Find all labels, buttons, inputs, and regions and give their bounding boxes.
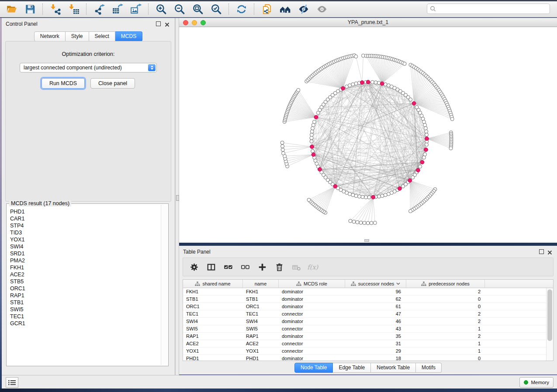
table-row[interactable]: YOX1YOX1connector291 (183, 347, 553, 355)
tab-edge-table[interactable]: Edge Table (333, 363, 371, 373)
save-button[interactable] (21, 2, 39, 16)
show-all-button[interactable] (313, 2, 331, 16)
tab-mcds[interactable]: MCDS (115, 31, 142, 41)
table-cell: RAP1 (243, 334, 279, 339)
zoom-in-icon (156, 3, 167, 15)
run-mcds-button[interactable]: Run MCDS (42, 78, 85, 89)
split-panel-icon (207, 263, 216, 272)
mcds-result-list[interactable]: PHD1CAR1STP4TID3YOX1SWI4SRD1PMA2FKH1ACE2… (7, 208, 161, 365)
mcds-result-item[interactable]: STB1 (7, 299, 161, 306)
import-table-icon (68, 3, 80, 15)
memory-button[interactable]: Memory (519, 377, 554, 388)
mcds-result-item[interactable]: ORC1 (7, 285, 161, 292)
column-header-successor-nodes[interactable]: successor nodes (345, 280, 406, 288)
zoom-out-button[interactable] (170, 2, 189, 16)
task-history-button[interactable] (6, 377, 18, 388)
split-panel-button[interactable] (205, 262, 217, 272)
table-cell: SWI5 (183, 326, 243, 331)
open-button[interactable] (3, 2, 21, 16)
table-scrollbar-thumb[interactable] (547, 289, 552, 341)
add-column-button[interactable] (256, 262, 268, 272)
hide-selected-button[interactable] (294, 2, 313, 16)
tab-network-table[interactable]: Network Table (371, 363, 416, 373)
delete-table-button (291, 262, 302, 272)
optimization-criterion-select[interactable]: largest connected component (undirected) (20, 63, 157, 72)
tab-network[interactable]: Network (34, 31, 66, 41)
column-header-predecessor-nodes[interactable]: predecessor nodes (406, 280, 485, 288)
table-cell: ACE2 (183, 341, 243, 346)
mcds-result-item[interactable]: ACE2 (7, 271, 161, 278)
table-row[interactable]: RAP1RAP1dominator352 (183, 333, 553, 340)
float-panel-icon[interactable] (156, 21, 161, 26)
column-header-shared-name[interactable]: shared name (183, 280, 243, 288)
toolbar-icon-group (3, 2, 331, 16)
table-scrollbar[interactable] (546, 288, 553, 361)
tab-style[interactable]: Style (66, 31, 89, 41)
mcds-result-item[interactable]: SWI5 (7, 306, 161, 313)
vertical-splitter[interactable] (175, 18, 179, 375)
delete-column-button[interactable] (273, 262, 285, 272)
mcds-result-item[interactable]: CAR1 (7, 215, 161, 222)
mcds-result-scrollbar[interactable] (161, 205, 167, 365)
table-cell: STB1 (183, 296, 243, 302)
mcds-result-item[interactable]: SRD1 (7, 250, 161, 257)
mcds-result-item[interactable]: SWI4 (7, 243, 161, 250)
export-network-button[interactable] (90, 2, 108, 16)
table-row[interactable]: PHD1PHD1dominator180 (183, 355, 553, 361)
clone-network-button[interactable] (258, 2, 276, 16)
memory-button-label: Memory (531, 380, 549, 385)
first-neighbors-button[interactable] (276, 2, 294, 16)
select-all-button[interactable] (222, 262, 234, 272)
column-label: predecessor nodes (429, 281, 470, 286)
network-graph[interactable] (179, 27, 557, 243)
table-row[interactable]: ACE2ACE2connector311 (183, 340, 553, 347)
export-table-button[interactable] (108, 2, 127, 16)
mcds-result-item[interactable]: TEC1 (7, 313, 161, 320)
optimization-criterion-label: Optimization criterion: (6, 51, 171, 57)
control-panel: Control Panel NetworkStyleSelectMCDS Opt… (2, 18, 175, 375)
search-input[interactable] (436, 5, 550, 12)
table-row[interactable]: ORC1ORC1dominator610 (183, 303, 553, 310)
network-canvas[interactable] (179, 27, 557, 243)
tab-node-table[interactable]: Node Table (294, 363, 333, 373)
mcds-result-item[interactable]: RAP1 (7, 292, 161, 299)
table-row[interactable]: STB1STB1dominator620 (183, 296, 553, 303)
table-cell: 0 (406, 304, 485, 309)
import-table-button[interactable] (65, 2, 83, 16)
mcds-result-item[interactable]: STB5 (7, 278, 161, 285)
table-cell: PHD1 (243, 356, 279, 361)
close-table-panel-icon[interactable] (547, 249, 552, 254)
close-panel-button[interactable]: Close panel (90, 78, 135, 89)
column-header-name[interactable]: name (243, 280, 279, 288)
zoom-selected-button[interactable] (207, 2, 225, 16)
column-header-MCDS-role[interactable]: MCDS role (279, 280, 345, 288)
float-table-panel-icon[interactable] (539, 249, 544, 254)
export-image-button[interactable] (127, 2, 145, 16)
zoom-fit-button[interactable] (189, 2, 207, 16)
table-row[interactable]: SWI4SWI4dominator462 (183, 318, 553, 325)
import-network-button[interactable] (46, 2, 65, 16)
network-window-titlebar[interactable]: YPA_prune.txt_1 (179, 18, 557, 27)
mcds-result-item[interactable]: STP4 (7, 222, 161, 229)
mcds-result-item[interactable]: PMA2 (7, 257, 161, 264)
close-panel-icon[interactable] (165, 21, 170, 26)
horizontal-splitter-handle[interactable] (364, 239, 369, 242)
gear-button[interactable] (188, 262, 200, 272)
zoom-in-button[interactable] (152, 2, 170, 16)
refresh-button[interactable] (232, 2, 251, 16)
search-box[interactable] (427, 3, 550, 14)
control-panel-tabbar: NetworkStyleSelectMCDS (2, 31, 175, 41)
table-cell: FKH1 (183, 289, 243, 294)
mcds-result-item[interactable]: GCR1 (7, 320, 161, 327)
vertical-splitter-handle[interactable] (176, 195, 179, 201)
mcds-result-item[interactable]: FKH1 (7, 264, 161, 271)
table-row[interactable]: SWI5SWI5connector431 (183, 325, 553, 333)
deselect-all-button[interactable] (239, 262, 251, 272)
mcds-result-item[interactable]: TID3 (7, 229, 161, 236)
mcds-result-item[interactable]: YOX1 (7, 236, 161, 243)
table-row[interactable]: TEC1TEC1connector472 (183, 310, 553, 318)
tab-select[interactable]: Select (89, 31, 115, 41)
tab-motifs[interactable]: Motifs (416, 363, 442, 373)
table-row[interactable]: FKH1FKH1dominator962 (183, 288, 553, 296)
mcds-result-item[interactable]: PHD1 (7, 208, 161, 215)
